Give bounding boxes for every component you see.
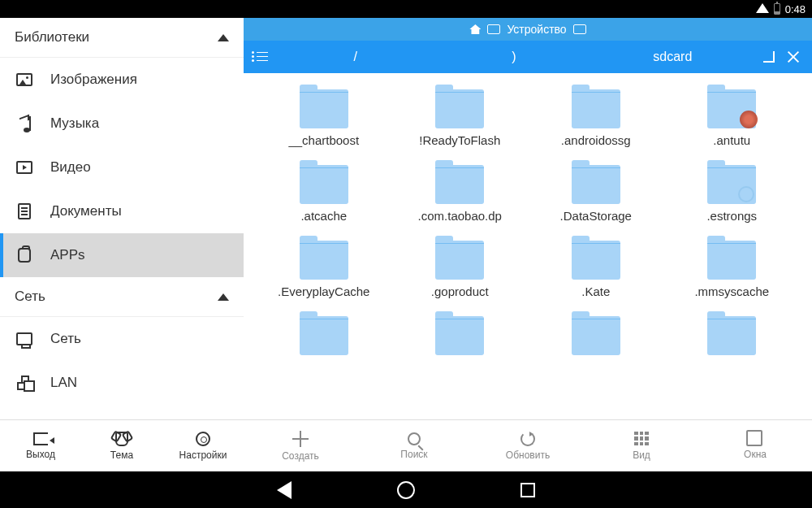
folder-name: .goproduct bbox=[431, 284, 489, 298]
sidebar-item-network[interactable]: Сеть bbox=[0, 317, 244, 361]
android-nav-bar bbox=[0, 471, 812, 508]
nav-back-button[interactable] bbox=[277, 481, 292, 499]
settings-button[interactable]: Настройки bbox=[162, 420, 244, 471]
sidebar-item-images[interactable]: Изображения bbox=[0, 58, 244, 102]
lan-icon bbox=[15, 373, 34, 393]
tab-device[interactable]: Устройство bbox=[507, 23, 566, 36]
folder-item[interactable]: !ReadyToFlash bbox=[396, 81, 525, 150]
folder-name: !ReadyToFlash bbox=[419, 133, 500, 147]
folder-icon bbox=[435, 89, 484, 128]
search-button[interactable]: Поиск bbox=[357, 420, 471, 471]
network-title: Сеть bbox=[15, 289, 45, 305]
exit-icon bbox=[33, 432, 48, 445]
breadcrumb-root[interactable]: / bbox=[276, 50, 434, 64]
close-icon[interactable] bbox=[786, 50, 801, 64]
sidebar-item-label: APPs bbox=[50, 247, 85, 263]
folder-item[interactable] bbox=[396, 308, 525, 363]
music-icon bbox=[15, 114, 34, 133]
button-label: Выход bbox=[26, 449, 55, 460]
folder-item[interactable]: .antutu bbox=[668, 81, 797, 150]
folder-name: .atcache bbox=[300, 209, 347, 223]
network-icon bbox=[15, 329, 34, 349]
es-badge-icon bbox=[738, 186, 754, 202]
button-label: Поиск bbox=[400, 449, 427, 460]
folder-icon bbox=[707, 165, 756, 204]
chevron-up-icon bbox=[218, 34, 229, 41]
button-label: Вид bbox=[633, 449, 650, 461]
folder-item[interactable]: .Kate bbox=[532, 232, 660, 302]
sidebar-item-label: Музыка bbox=[50, 115, 99, 132]
folder-item[interactable]: .mmsyscache bbox=[668, 232, 797, 302]
folder-item[interactable] bbox=[260, 308, 388, 363]
status-bar: 0:48 bbox=[0, 0, 812, 18]
folder-item[interactable]: .com.taobao.dp bbox=[396, 157, 525, 226]
button-label: Настройки bbox=[179, 449, 227, 461]
theme-icon bbox=[115, 432, 128, 446]
sidebar-item-documents[interactable]: Документы bbox=[0, 189, 244, 233]
sidebar-item-music[interactable]: Музыка bbox=[0, 102, 244, 145]
top-tab-bar: Устройство bbox=[244, 18, 812, 41]
folder-name: .DataStorage bbox=[560, 209, 632, 223]
window-icon bbox=[487, 24, 500, 34]
main-pane: Устройство / ) sdcard __chartboost!Ready… bbox=[244, 18, 812, 471]
exit-button[interactable]: Выход bbox=[0, 420, 81, 471]
folder-icon bbox=[435, 316, 484, 355]
sidebar-bottom-bar: Выход Тема Настройки bbox=[0, 419, 244, 471]
chevron-up-icon bbox=[218, 293, 229, 301]
folder-item[interactable]: .androidossg bbox=[532, 81, 660, 150]
button-label: Обновить bbox=[506, 449, 550, 461]
folder-icon bbox=[300, 89, 348, 128]
folder-icon bbox=[435, 165, 484, 204]
folder-icon bbox=[572, 89, 620, 128]
folder-icon bbox=[707, 89, 756, 128]
maximize-icon[interactable] bbox=[763, 51, 775, 63]
plus-icon bbox=[292, 431, 309, 447]
sidebar-item-apps[interactable]: APPs bbox=[0, 233, 244, 277]
folder-icon bbox=[300, 316, 348, 355]
libraries-section-header[interactable]: Библиотеки bbox=[0, 18, 244, 58]
folder-name: .Kate bbox=[581, 284, 610, 298]
folder-item[interactable]: .EveryplayCache bbox=[260, 232, 388, 302]
folder-item[interactable]: .atcache bbox=[260, 157, 388, 226]
sidebar-item-label: Документы bbox=[50, 203, 122, 219]
image-icon bbox=[15, 70, 34, 89]
folder-item[interactable]: .estrongs bbox=[668, 157, 797, 226]
folder-name: .antutu bbox=[713, 133, 750, 147]
folder-item[interactable]: __chartboost bbox=[260, 81, 388, 150]
folder-item[interactable] bbox=[668, 308, 797, 363]
sidebar-item-label: Видео bbox=[50, 159, 91, 176]
libraries-title: Библиотеки bbox=[15, 29, 89, 46]
nav-home-button[interactable] bbox=[397, 481, 415, 499]
sidebar-item-label: Изображения bbox=[50, 72, 137, 88]
theme-button[interactable]: Тема bbox=[81, 420, 162, 471]
folder-item[interactable]: .goproduct bbox=[396, 232, 525, 302]
path-bar: / ) sdcard bbox=[244, 41, 812, 73]
folder-icon bbox=[572, 316, 620, 355]
button-label: Тема bbox=[110, 449, 133, 461]
sidebar-item-lan[interactable]: LAN bbox=[0, 361, 244, 405]
search-icon bbox=[408, 432, 421, 445]
folder-name: __chartboost bbox=[288, 133, 359, 147]
home-icon[interactable] bbox=[469, 24, 481, 34]
folder-icon bbox=[300, 165, 348, 204]
sidebar-item-video[interactable]: Видео bbox=[0, 145, 244, 189]
grid-icon bbox=[634, 432, 649, 446]
file-grid[interactable]: __chartboost!ReadyToFlash.androidossg.an… bbox=[244, 73, 812, 419]
folder-icon bbox=[572, 241, 620, 280]
folder-name: .mmsyscache bbox=[694, 284, 769, 298]
folder-item[interactable]: .DataStorage bbox=[532, 157, 660, 226]
folder-item[interactable] bbox=[532, 308, 660, 363]
refresh-button[interactable]: Обновить bbox=[471, 420, 585, 471]
network-section-header[interactable]: Сеть bbox=[0, 277, 244, 317]
list-toggle-button[interactable] bbox=[244, 51, 276, 63]
refresh-icon bbox=[520, 432, 535, 446]
create-button[interactable]: Создать bbox=[244, 420, 357, 471]
sidebar: Библиотеки Изображения Музыка Видео Доку… bbox=[0, 18, 244, 471]
windows-button[interactable]: Окна bbox=[698, 420, 812, 471]
view-button[interactable]: Вид bbox=[585, 420, 698, 471]
clock: 0:48 bbox=[785, 3, 806, 15]
folder-icon bbox=[707, 241, 756, 280]
nav-recent-button[interactable] bbox=[520, 483, 535, 497]
breadcrumb-mid[interactable]: ) bbox=[434, 50, 593, 64]
breadcrumb-current[interactable]: sdcard bbox=[594, 50, 752, 64]
